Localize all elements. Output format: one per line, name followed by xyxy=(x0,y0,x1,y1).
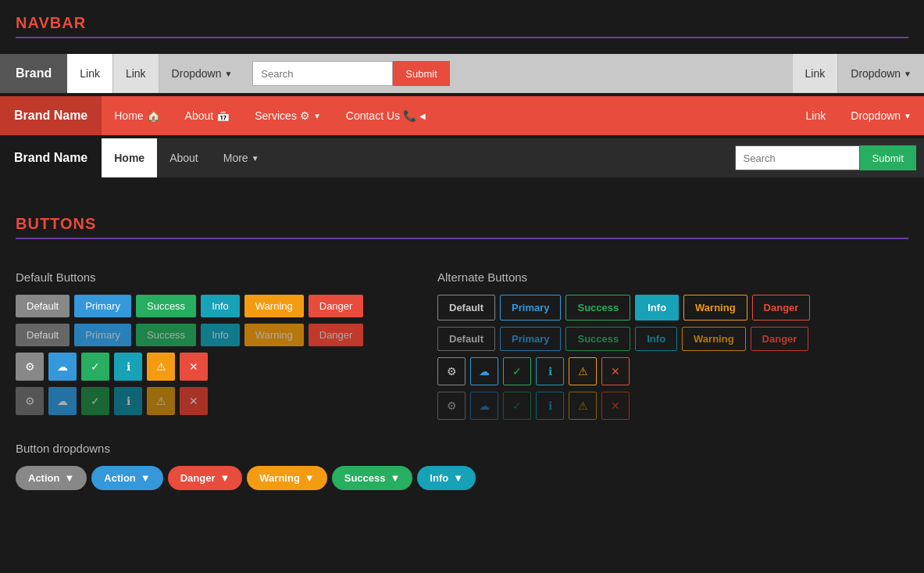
btn-icon-warning-muted[interactable]: ⚠ xyxy=(147,387,175,415)
alt-btn-icon-warning[interactable]: ⚠ xyxy=(569,357,597,385)
cloud-icon: ☁ xyxy=(57,360,68,373)
alt-btn-success[interactable]: Success xyxy=(565,295,630,321)
caret-icon7: ▼ xyxy=(64,472,74,484)
btn-icon-warning[interactable]: ⚠ xyxy=(147,353,175,381)
nav1-right: Link Dropdown ▼ xyxy=(793,54,924,93)
navbar-section-title: NAVBAR xyxy=(0,0,924,37)
alt-btn-danger[interactable]: Danger xyxy=(752,295,811,321)
nav1-dropdown1[interactable]: Dropdown ▼ xyxy=(159,54,245,93)
btn-danger[interactable]: Danger xyxy=(309,295,364,317)
btn-icon-danger[interactable]: ✕ xyxy=(180,353,208,381)
alt-btn-warning[interactable]: Warning xyxy=(683,295,747,321)
btn-icon-default-muted[interactable]: ⚙ xyxy=(16,387,44,415)
btn-icon-success[interactable]: ✓ xyxy=(81,353,109,381)
nav1-brand[interactable]: Brand xyxy=(0,54,67,93)
navbar-dark: Brand Name Home About More ▼ Submit xyxy=(0,138,924,177)
nav1-link1[interactable]: Link xyxy=(67,54,113,93)
cloud-icon2: ☁ xyxy=(57,395,68,407)
nav2-home[interactable]: Home 🏠 xyxy=(102,96,172,135)
alt-icon-muted-row: ⚙ ☁ ✓ ℹ ⚠ ✕ xyxy=(437,392,908,420)
alt-btn-info[interactable]: Info xyxy=(635,295,679,321)
dd-btn-action-default[interactable]: Action ▼ xyxy=(16,466,87,490)
alt-btn-icon-danger-muted[interactable]: ✕ xyxy=(601,392,630,420)
alt-btn-icon-danger[interactable]: ✕ xyxy=(601,357,630,385)
btn-icon-primary-muted[interactable]: ☁ xyxy=(48,387,77,415)
btn-danger-muted[interactable]: Danger xyxy=(309,324,364,346)
dd-btn-success[interactable]: Success ▼ xyxy=(332,466,413,490)
btn-warning[interactable]: Warning xyxy=(244,295,304,317)
btn-default[interactable]: Default xyxy=(16,295,70,317)
cloud-icon4: ☁ xyxy=(479,399,490,412)
check-icon: ✓ xyxy=(91,360,100,373)
alt-btn-primary-muted[interactable]: Primary xyxy=(500,327,561,351)
btn-icon-info[interactable]: ℹ xyxy=(114,353,142,381)
btn-default-muted[interactable]: Default xyxy=(16,324,70,346)
btn-info[interactable]: Info xyxy=(201,295,240,317)
alt-btn-danger-muted[interactable]: Danger xyxy=(751,327,809,351)
nav2-about[interactable]: About 📅 xyxy=(173,96,243,135)
alt-btn-icon-primary[interactable]: ☁ xyxy=(470,357,498,385)
alt-btn-icon-default-muted[interactable]: ⚙ xyxy=(437,392,466,420)
default-buttons-title: Default Buttons xyxy=(16,270,406,284)
nav1-right-link[interactable]: Link xyxy=(793,54,839,93)
btn-icon-default[interactable]: ⚙ xyxy=(16,353,44,381)
dd-btn-danger[interactable]: Danger ▼ xyxy=(168,466,243,490)
btn-icon-info-muted[interactable]: ℹ xyxy=(114,387,142,415)
btn-primary-muted[interactable]: Primary xyxy=(74,324,131,346)
navbar-red: Brand Name Home 🏠 About 📅 Services ⚙ ▼ C… xyxy=(0,96,924,135)
alt-btn-icon-success-muted[interactable]: ✓ xyxy=(503,392,531,420)
nav3-submit-button[interactable]: Submit xyxy=(860,145,916,170)
caret-icon12: ▼ xyxy=(453,472,463,484)
warning-icon3: ⚠ xyxy=(578,365,588,378)
nav1-search-input[interactable] xyxy=(252,61,393,86)
info-icon3: ℹ xyxy=(548,365,552,378)
alt-btn-icon-success[interactable]: ✓ xyxy=(503,357,531,385)
gear-icon4: ⚙ xyxy=(447,365,457,378)
nav3-more[interactable]: More ▼ xyxy=(211,138,272,177)
nav3-home[interactable]: Home xyxy=(102,138,157,177)
alt-btn-icon-info[interactable]: ℹ xyxy=(536,357,564,385)
alt-btn-default-muted[interactable]: Default xyxy=(437,327,495,351)
dd-btn-action-primary[interactable]: Action ▼ xyxy=(91,466,162,490)
dd-btn-warning[interactable]: Warning ▼ xyxy=(247,466,326,490)
alt-btn-success-muted[interactable]: Success xyxy=(565,327,630,351)
nav3-about[interactable]: About xyxy=(157,138,211,177)
caret-icon8: ▼ xyxy=(141,472,151,484)
warning-icon2: ⚠ xyxy=(156,395,166,407)
nav1-submit-button[interactable]: Submit xyxy=(393,61,449,86)
alt-btn-icon-info-muted[interactable]: ℹ xyxy=(536,392,564,420)
btn-info-muted[interactable]: Info xyxy=(201,324,240,346)
btn-success-muted[interactable]: Success xyxy=(136,324,196,346)
buttons-divider xyxy=(16,238,908,239)
nav2-brand[interactable]: Brand Name xyxy=(0,96,102,135)
btn-icon-success-muted[interactable]: ✓ xyxy=(81,387,109,415)
nav2-right-link[interactable]: Link xyxy=(794,96,839,135)
nav1-right-dropdown[interactable]: Dropdown ▼ xyxy=(838,54,924,93)
btn-warning-muted[interactable]: Warning xyxy=(244,324,304,346)
alt-btn-primary[interactable]: Primary xyxy=(500,295,561,321)
btn-icon-primary[interactable]: ☁ xyxy=(48,353,77,381)
alt-btn-warning-muted[interactable]: Warning xyxy=(682,327,746,351)
warning-icon4: ⚠ xyxy=(578,399,588,412)
default-icon-row: ⚙ ☁ ✓ ℹ ⚠ ✕ xyxy=(16,353,406,381)
navbar-gray: Brand Link Link Dropdown ▼ Submit Link D… xyxy=(0,54,924,93)
nav2-right-dropdown[interactable]: Dropdown ▼ xyxy=(838,96,924,135)
nav2-contact[interactable]: Contact Us 📞 ◀ xyxy=(334,96,438,135)
alt-btn-icon-primary-muted[interactable]: ☁ xyxy=(470,392,498,420)
alt-btn-icon-default[interactable]: ⚙ xyxy=(437,357,466,385)
nav3-search-group xyxy=(735,145,860,170)
alt-btn-icon-warning-muted[interactable]: ⚠ xyxy=(569,392,597,420)
alt-btn-info-muted[interactable]: Info xyxy=(635,327,677,351)
btn-primary[interactable]: Primary xyxy=(74,295,131,317)
caret-icon11: ▼ xyxy=(390,472,400,484)
gear-icon5: ⚙ xyxy=(447,399,457,412)
btn-success[interactable]: Success xyxy=(136,295,196,317)
alt-btn-default[interactable]: Default xyxy=(437,295,495,321)
nav1-link2[interactable]: Link xyxy=(113,54,159,93)
caret-icon2: ▼ xyxy=(904,70,912,78)
nav2-services[interactable]: Services ⚙ ▼ xyxy=(242,96,334,135)
btn-icon-danger-muted[interactable]: ✕ xyxy=(180,387,208,415)
nav3-search-input[interactable] xyxy=(735,145,860,170)
dd-btn-info[interactable]: Info ▼ xyxy=(417,466,476,490)
nav3-brand[interactable]: Brand Name xyxy=(0,138,102,177)
